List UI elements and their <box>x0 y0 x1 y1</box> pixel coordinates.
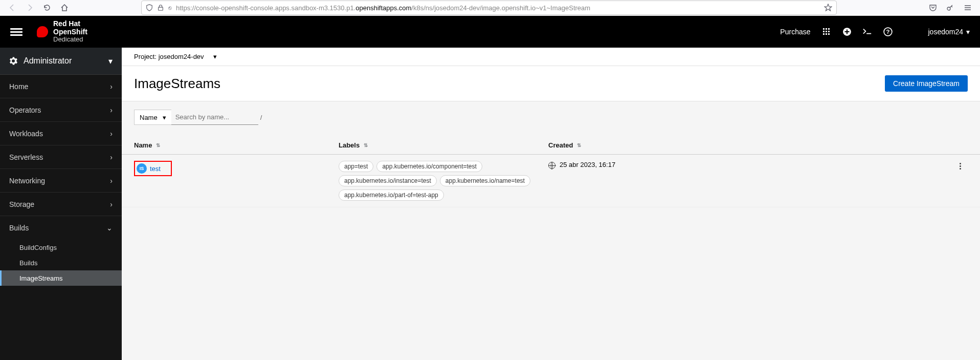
svg-rect-3 <box>826 28 827 30</box>
chevron-right-icon: › <box>110 106 113 114</box>
table-row: IS test app=test app.kubernetes.io/compo… <box>122 155 980 207</box>
label-pill[interactable]: app.kubernetes.io/instance=test <box>339 175 437 186</box>
caret-down-icon: ▾ <box>108 56 113 66</box>
main-content: Project: josedom24-dev ▾ ImageStreams Cr… <box>122 48 980 360</box>
redhat-logo-icon <box>37 26 48 37</box>
svg-rect-10 <box>828 33 830 35</box>
extension-icon[interactable] <box>943 1 957 15</box>
pocket-icon[interactable] <box>926 1 940 15</box>
label-pill[interactable]: app.kubernetes.io/component=test <box>376 161 482 172</box>
col-name[interactable]: Name⇅ <box>134 136 339 154</box>
url-bar[interactable]: ⎋ https://console-openshift-console.apps… <box>141 1 837 15</box>
lock-icon <box>157 4 164 11</box>
svg-rect-8 <box>823 33 825 35</box>
star-icon[interactable] <box>824 4 832 12</box>
chevron-right-icon: › <box>110 130 113 138</box>
chevron-down-icon: ⌄ <box>106 224 113 232</box>
page-header: ImageStreams Create ImageStream <box>122 66 980 101</box>
sort-icon: ⇅ <box>156 142 160 148</box>
back-button[interactable] <box>5 1 19 15</box>
svg-rect-7 <box>828 31 830 32</box>
app-menu-icon[interactable] <box>961 1 975 15</box>
resource-name: test <box>150 165 161 173</box>
page-title: ImageStreams <box>134 76 885 92</box>
sidebar-item-builds[interactable]: Builds⌄ <box>0 216 122 240</box>
globe-icon <box>548 162 555 169</box>
sidebar-item-serverless[interactable]: Serverless› <box>0 145 122 169</box>
svg-rect-0 <box>159 7 163 10</box>
apps-launcher[interactable] <box>822 27 831 36</box>
project-bar[interactable]: Project: josedom24-dev ▾ <box>122 48 980 66</box>
user-menu[interactable]: josedom24 ▾ <box>928 28 970 36</box>
sidebar-item-workloads[interactable]: Workloads› <box>0 122 122 145</box>
plus-circle-icon <box>842 27 852 36</box>
search-input[interactable] <box>171 110 258 125</box>
purchase-link[interactable]: Purchase <box>780 28 810 36</box>
sidebar-sub-builds[interactable]: Builds <box>0 255 122 270</box>
label-pill[interactable]: app.kubernetes.io/name=test <box>440 175 530 186</box>
caret-down-icon: ▾ <box>213 53 217 60</box>
nav-toggle[interactable] <box>10 26 23 38</box>
svg-rect-6 <box>826 31 827 32</box>
chevron-right-icon: › <box>110 177 113 185</box>
project-label: Project: <box>134 53 157 60</box>
table-header: Name⇅ Labels⇅ Created⇅ <box>122 136 980 155</box>
help-button[interactable]: ? <box>883 27 893 36</box>
home-button[interactable] <box>57 1 72 15</box>
svg-rect-12 <box>866 33 871 34</box>
gear-icon <box>9 57 17 65</box>
resource-badge-icon: IS <box>137 163 147 174</box>
label-pill[interactable]: app.kubernetes.io/part-of=test-app <box>339 189 444 201</box>
chevron-right-icon: › <box>110 82 113 91</box>
col-labels[interactable]: Labels⇅ <box>339 136 548 154</box>
brand[interactable]: Red Hat OpenShift Dedicated <box>37 20 87 43</box>
caret-down-icon: ▾ <box>966 28 970 36</box>
labels-cell: app=test app.kubernetes.io/component=tes… <box>339 161 548 201</box>
shortcut-hint: / <box>260 114 262 121</box>
created-timestamp: 25 abr 2023, 16:17 <box>560 161 615 168</box>
sidebar-item-home[interactable]: Home› <box>0 75 122 98</box>
terminal-icon <box>863 27 872 36</box>
browser-toolbar: ⎋ https://console-openshift-console.apps… <box>0 0 980 16</box>
svg-rect-5 <box>823 31 825 32</box>
sidebar-sub-imagestreams[interactable]: ImageStreams <box>0 270 122 286</box>
sidebar-sub-buildconfigs[interactable]: BuildConfigs <box>0 240 122 255</box>
filter-toolbar: Name▾ / <box>122 101 980 130</box>
forward-button[interactable] <box>23 1 37 15</box>
filter-type-dropdown[interactable]: Name▾ <box>134 110 171 125</box>
masthead: Red Hat OpenShift Dedicated Purchase ? j… <box>0 16 980 48</box>
reload-button[interactable] <box>40 1 54 15</box>
sidebar-item-operators[interactable]: Operators› <box>0 98 122 122</box>
resource-link[interactable]: IS test <box>134 161 172 176</box>
chevron-right-icon: › <box>110 153 113 161</box>
sort-icon: ⇅ <box>577 142 581 148</box>
created-cell: 25 abr 2023, 16:17 <box>548 161 952 201</box>
svg-text:?: ? <box>886 29 889 35</box>
svg-rect-9 <box>826 33 827 35</box>
import-button[interactable] <box>842 27 852 36</box>
label-pill[interactable]: app=test <box>339 161 373 172</box>
perspective-switcher[interactable]: Administrator ▾ <box>0 48 122 75</box>
terminal-button[interactable] <box>863 27 872 36</box>
caret-down-icon: ▾ <box>163 114 166 121</box>
perspective-label: Administrator <box>24 56 72 66</box>
question-circle-icon: ? <box>883 27 893 36</box>
shield-icon <box>146 4 153 11</box>
sidebar-item-networking[interactable]: Networking› <box>0 169 122 193</box>
svg-rect-2 <box>823 28 825 30</box>
sort-icon: ⇅ <box>364 142 368 148</box>
create-imagestream-button[interactable]: Create ImageStream <box>885 75 968 92</box>
chevron-right-icon: › <box>110 200 113 208</box>
project-name: josedom24-dev <box>159 53 204 60</box>
url-text: https://console-openshift-console.apps.s… <box>176 4 820 12</box>
row-actions-kebab[interactable] <box>957 161 963 172</box>
permissions-icon: ⎋ <box>168 5 172 11</box>
sidebar: Administrator ▾ Home› Operators› Workloa… <box>0 48 122 360</box>
grid-icon <box>822 27 831 36</box>
brand-text: Red Hat OpenShift Dedicated <box>53 20 87 43</box>
col-created[interactable]: Created⇅ <box>548 136 968 154</box>
svg-rect-4 <box>828 28 830 30</box>
sidebar-item-storage[interactable]: Storage› <box>0 193 122 216</box>
imagestream-table: Name⇅ Labels⇅ Created⇅ IS test app=test … <box>122 136 980 207</box>
